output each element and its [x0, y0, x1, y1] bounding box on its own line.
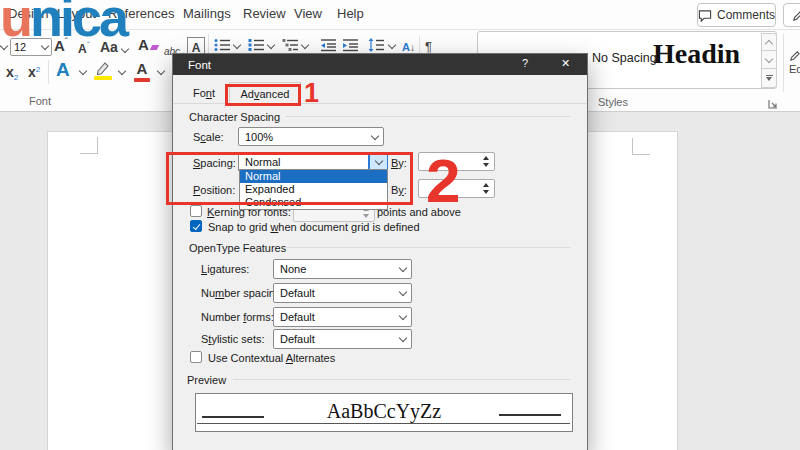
editing-group-fragment: Ed [789, 63, 800, 75]
stylistic-sets-value: Default [274, 333, 394, 345]
help-button[interactable]: ? [522, 57, 528, 69]
font-group-label: Font [15, 95, 65, 107]
annotation-number-1: 1 [304, 80, 319, 107]
text-effects-chevron[interactable] [79, 67, 87, 75]
highlight-color-button[interactable] [94, 60, 112, 80]
multilevel-list-chevron[interactable] [301, 41, 309, 49]
contextual-alternates-checkbox[interactable] [190, 351, 202, 363]
spin-down-button[interactable] [478, 189, 493, 197]
number-spacing-label: Number spacing: [201, 287, 284, 299]
preview-underline-left [202, 416, 264, 418]
dialog-tab-font[interactable]: Font [193, 87, 215, 99]
font-color-swatch [134, 78, 150, 82]
dialog-title: Font [188, 59, 211, 71]
line-spacing-chevron[interactable] [388, 41, 396, 49]
section-divider [285, 247, 571, 248]
clear-formatting-button[interactable]: A [138, 36, 158, 54]
snap-to-grid-checkbox[interactable] [190, 220, 202, 232]
number-spacing-value: Default [274, 287, 394, 299]
numbered-list-chevron[interactable] [267, 41, 275, 49]
section-divider [285, 116, 571, 117]
annotation-box-spacing [166, 152, 413, 205]
style-no-spacing[interactable]: No Spacing [592, 51, 657, 65]
ribbon-tab-review[interactable]: Review [243, 6, 286, 21]
preview-underline-right [499, 414, 561, 416]
ribbon-tab-help[interactable]: Help [337, 6, 364, 21]
spin-down-button[interactable] [478, 162, 493, 170]
snap-to-grid-label: Snap to grid when document grid is defin… [208, 221, 420, 233]
highlight-chevron[interactable] [118, 67, 126, 75]
font-color-chevron[interactable] [157, 67, 165, 75]
number-forms-label: Number forms: [201, 311, 274, 323]
text-boundary-mark [80, 137, 98, 154]
comments-button[interactable]: Comments [697, 3, 776, 27]
styles-more-button[interactable] [761, 68, 777, 88]
comments-label: Comments [717, 8, 775, 22]
bullet-list-chevron[interactable] [233, 41, 241, 49]
ligatures-dropdown[interactable]: None [273, 259, 412, 279]
ligatures-value: None [274, 263, 394, 275]
document-page-right[interactable] [587, 131, 678, 450]
unica-logo: unica [0, 0, 126, 44]
style-heading[interactable]: Headin [653, 38, 740, 70]
font-color-button[interactable]: A [134, 60, 150, 82]
pencil-icon [791, 9, 800, 22]
subscript-button[interactable]: x2 [6, 63, 18, 82]
annotation-number-2: 2 [426, 150, 460, 212]
text-boundary-mark [632, 138, 650, 155]
superscript-button[interactable]: x2 [28, 63, 40, 81]
preview-box: AaBbCcYyZz [195, 393, 573, 432]
scale-dropdown[interactable]: 100% [238, 127, 384, 146]
ligatures-label: Ligatures: [201, 263, 249, 275]
close-button[interactable]: ✕ [561, 57, 570, 70]
highlight-color-swatch [94, 76, 112, 80]
scale-value: 100% [239, 131, 366, 143]
comment-bubble-icon [698, 9, 712, 22]
ribbon-tab-mailings[interactable]: Mailings [183, 6, 231, 21]
styles-dialog-launcher-icon[interactable] [768, 95, 778, 113]
divider [48, 60, 49, 84]
group-divider [783, 34, 784, 92]
spin-up-button[interactable] [478, 181, 493, 189]
number-forms-value: Default [274, 311, 394, 323]
annotation-box-advanced-tab [225, 84, 301, 106]
styles-scroll-down-button[interactable] [761, 50, 777, 70]
number-spacing-dropdown[interactable]: Default [273, 283, 412, 303]
kerning-checkbox[interactable] [190, 205, 202, 217]
number-forms-dropdown[interactable]: Default [273, 307, 412, 327]
opentype-header: OpenType Features [189, 242, 286, 254]
scale-label: Scale: [193, 131, 224, 143]
text-effects-button[interactable]: A [56, 59, 70, 81]
document-page-left[interactable] [47, 131, 174, 450]
dialog-titlebar[interactable]: Font ? ✕ [173, 54, 587, 75]
stylistic-sets-label: Stylistic sets: [201, 333, 265, 345]
contextual-alternates-label: Use Contextual Alternates [208, 352, 335, 364]
stylistic-sets-dropdown[interactable]: Default [273, 329, 412, 349]
preview-header: Preview [187, 374, 226, 386]
editing-mode-button[interactable] [783, 3, 800, 27]
ribbon-tab-view[interactable]: View [294, 6, 322, 21]
divider [419, 36, 420, 54]
preview-baseline [197, 423, 570, 424]
styles-group-label: Styles [598, 96, 628, 108]
section-divider [233, 379, 571, 380]
font-dialog: Font ? ✕ Font Advanced Character Spacing… [172, 53, 588, 450]
character-spacing-header: Character Spacing [189, 111, 280, 123]
spin-up-button[interactable] [478, 154, 493, 162]
